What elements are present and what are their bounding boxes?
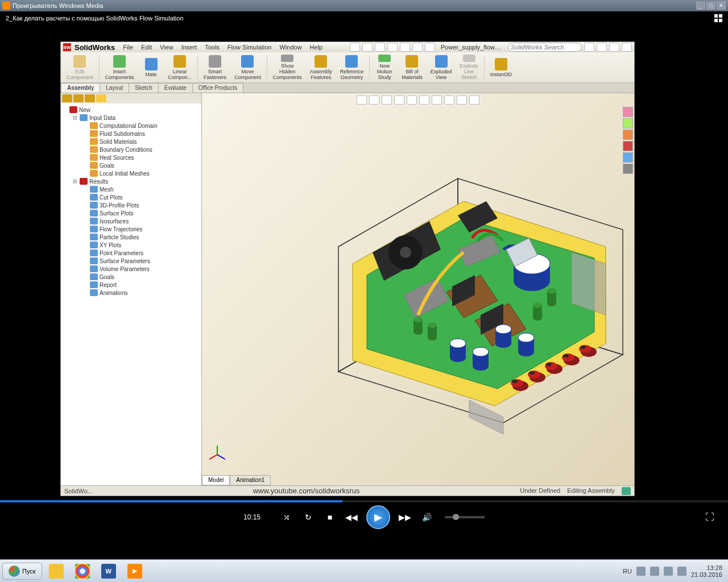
tree-content[interactable]: New⊟Input DataComputational DomainFluid …	[61, 103, 201, 485]
display-style-icon[interactable]	[419, 95, 429, 105]
tree-surface-parameters[interactable]: Surface Parameters	[62, 257, 200, 265]
tree-tab-feature-icon[interactable]	[62, 94, 72, 102]
tree-animations[interactable]: Animations	[62, 289, 200, 297]
qat-print-button[interactable]	[387, 43, 398, 52]
window-close-button[interactable]	[622, 43, 632, 52]
repeat-button[interactable]: ↻	[301, 510, 315, 524]
orientation-triad[interactable]	[209, 446, 226, 463]
mute-button[interactable]: 🔊	[420, 510, 433, 524]
tree-tab-config-icon[interactable]	[85, 94, 95, 102]
stop-button[interactable]: ■	[323, 510, 337, 524]
help-button[interactable]	[584, 43, 594, 52]
zoom-fit-icon[interactable]	[357, 95, 367, 105]
tree--d-profile-plots[interactable]: 3D-Profile Plots	[62, 201, 200, 209]
viewport[interactable]: ModelAnimation1	[202, 93, 634, 485]
taskbar-chrome[interactable]	[71, 562, 94, 580]
play-button[interactable]: ▶	[366, 505, 390, 529]
zoom-area-icon[interactable]	[369, 95, 379, 105]
tree-goals[interactable]: Goals	[62, 161, 200, 169]
tree-point-parameters[interactable]: Point Parameters	[62, 249, 200, 257]
design-library-icon[interactable]	[623, 118, 633, 128]
ribbon-bill-of[interactable]: Bill ofMaterials	[398, 53, 426, 81]
motion-tab-model[interactable]: Model	[202, 475, 230, 485]
sw-resources-icon[interactable]	[623, 107, 633, 117]
tree-mesh[interactable]: Mesh	[62, 185, 200, 193]
view-palette-icon[interactable]	[623, 141, 633, 151]
tree-boundary-conditions[interactable]: Boundary Conditions	[62, 146, 200, 153]
menu-view[interactable]: View	[160, 44, 173, 51]
taskbar-explorer[interactable]	[44, 562, 68, 580]
qat-new-button[interactable]	[350, 43, 360, 52]
tree-results[interactable]: ⊟Results	[62, 177, 200, 185]
status-help-icon[interactable]	[622, 487, 631, 495]
tab-sketch[interactable]: Sketch	[129, 83, 159, 93]
tree-input-data[interactable]: ⊟Input Data	[62, 114, 200, 122]
ribbon-linear[interactable]: LinearCompon...	[165, 53, 196, 81]
menu-flow-simulation[interactable]: Flow Simulation	[228, 44, 272, 51]
language-indicator[interactable]: RU	[623, 568, 632, 575]
menu-insert[interactable]: Insert	[181, 44, 197, 51]
tree-volume-parameters[interactable]: Volume Parameters	[62, 265, 200, 273]
apply-scene-icon[interactable]	[457, 95, 467, 105]
tree-xy-plots[interactable]: XY Plots	[62, 241, 200, 249]
taskbar-word[interactable]: W	[97, 562, 121, 580]
tree-report[interactable]: Report	[62, 281, 200, 289]
tab-layout[interactable]: Layout	[100, 83, 129, 93]
tree-surface-plots[interactable]: Surface Plots	[62, 209, 200, 217]
tree-solid-materials[interactable]: Solid Materials	[62, 138, 200, 146]
maximize-button[interactable]: □	[706, 2, 715, 10]
window-restore-button[interactable]	[609, 43, 619, 52]
hide-show-icon[interactable]	[432, 95, 442, 105]
ribbon-exploded[interactable]: ExplodedView	[427, 53, 456, 81]
menu-edit[interactable]: Edit	[141, 44, 152, 51]
section-view-icon[interactable]	[394, 95, 404, 105]
tree-flow-trajectories[interactable]: Flow Trajectories	[62, 225, 200, 233]
tree-cut-plots[interactable]: Cut Plots	[62, 193, 200, 201]
window-minimize-button[interactable]	[597, 43, 607, 52]
ribbon-reference[interactable]: ReferenceGeometry	[337, 53, 367, 81]
search-input[interactable]	[508, 43, 582, 52]
tree-tab-flow-icon[interactable]	[96, 94, 106, 102]
qat-rebuild-button[interactable]	[412, 43, 423, 52]
ribbon-show[interactable]: ShowHiddenComponents	[270, 53, 305, 81]
ribbon-move[interactable]: MoveComponent	[231, 53, 264, 81]
previous-view-icon[interactable]	[382, 95, 392, 105]
motion-tab-animation1[interactable]: Animation1	[230, 475, 271, 485]
menu-tools[interactable]: Tools	[205, 44, 220, 51]
ribbon-assembly[interactable]: AssemblyFeatures	[307, 53, 336, 81]
tree-local-initial-meshes[interactable]: Local Initial Meshes	[62, 169, 200, 177]
tree-new[interactable]: New	[62, 106, 200, 114]
clock[interactable]: 13:28 21.03.2016	[691, 564, 722, 578]
tab-evaluate[interactable]: Evaluate	[158, 83, 193, 93]
tree-isosurfaces[interactable]: Isosurfaces	[62, 217, 200, 225]
taskbar-wmp[interactable]: ▶	[123, 562, 147, 580]
close-button[interactable]: ✕	[717, 2, 726, 10]
menu-window[interactable]: Window	[279, 44, 301, 51]
tray-network-icon[interactable]	[664, 567, 673, 576]
tree-particle-studies[interactable]: Particle Studies	[62, 233, 200, 241]
next-button[interactable]: ▶▶	[398, 510, 412, 524]
tab-assembly[interactable]: Assembly	[61, 83, 100, 93]
view-settings-icon[interactable]	[469, 95, 479, 105]
edit-appearance-icon[interactable]	[444, 95, 454, 105]
tree-tab-property-icon[interactable]	[73, 94, 84, 102]
ribbon-instant-d[interactable]: Instant3D	[487, 53, 516, 81]
tree-heat-sources[interactable]: Heat Sources	[62, 153, 200, 161]
menu-file[interactable]: File	[123, 44, 133, 51]
tray-volume-icon[interactable]	[677, 567, 686, 576]
tree-goals[interactable]: Goals	[62, 273, 200, 281]
ribbon-insert[interactable]: InsertComponents	[102, 53, 138, 81]
ribbon-new[interactable]: NewMotionStudy	[372, 53, 397, 81]
ribbon-smart[interactable]: SmartFasteners	[200, 53, 230, 81]
qat-undo-button[interactable]	[400, 43, 410, 52]
previous-button[interactable]: ◀◀	[345, 510, 358, 524]
tree-computational-domain[interactable]: Computational Domain	[62, 122, 200, 130]
qat-options-button[interactable]	[425, 43, 435, 52]
qat-save-button[interactable]	[375, 43, 385, 52]
tray-action-icon[interactable]	[650, 567, 659, 576]
menu-help[interactable]: Help	[310, 44, 323, 51]
ribbon-mate[interactable]: Mate	[139, 53, 164, 81]
tray-chevron-icon[interactable]	[636, 567, 646, 576]
tab-office-products[interactable]: Office Products	[192, 83, 243, 93]
view-orientation-icon[interactable]	[407, 95, 417, 105]
